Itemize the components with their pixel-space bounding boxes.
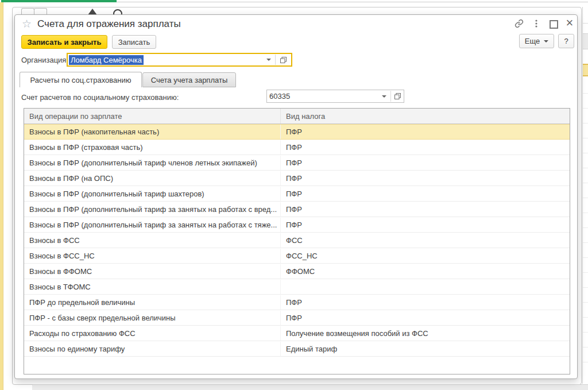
save-label: Записать <box>118 38 150 47</box>
social-insurance-account-label: Счет расчетов по социальному страхованию… <box>21 93 179 102</box>
social-insurance-account-value: 60335 <box>267 90 378 102</box>
open-form-icon <box>394 92 401 100</box>
table-header-row: Вид операции по зарплате Вид налога <box>24 109 570 124</box>
organization-open-button[interactable] <box>276 54 291 65</box>
chevron-down-icon <box>266 59 271 61</box>
cell-operation: Взносы в ПФР (дополнительный тариф за за… <box>24 202 281 217</box>
favorite-star-icon[interactable]: ☆ <box>22 18 32 30</box>
cell-tax-kind: ПФР <box>281 125 570 139</box>
maximize-icon[interactable] <box>550 20 558 29</box>
help-label: ? <box>564 37 568 45</box>
background-sliver-line <box>583 23 588 24</box>
table-row[interactable]: Взносы в ПФР (накопительная часть) ПФР <box>24 124 570 140</box>
help-button[interactable]: ? <box>558 34 574 48</box>
cell-operation: ПФР до предельной величины <box>24 295 281 310</box>
background-sliver-header <box>583 33 588 49</box>
more-label: Еще <box>525 37 540 45</box>
account-dropdown-button[interactable] <box>378 90 390 102</box>
cell-operation: Расходы по страхованию ФСС <box>24 326 281 341</box>
cell-tax-kind: ПФР <box>281 202 570 217</box>
save-button[interactable]: Записать <box>112 35 156 49</box>
chevron-down-icon <box>544 40 548 43</box>
cell-tax-kind: ПФР <box>281 218 570 232</box>
table-row[interactable]: Взносы в ПФР (дополнительный тариф за за… <box>24 217 570 233</box>
close-icon[interactable]: × <box>564 15 575 31</box>
cell-tax-kind: ФСС <box>281 233 570 248</box>
table-row[interactable]: Взносы в ПФР (дополнительный тариф за за… <box>24 202 570 217</box>
link-icon[interactable] <box>514 19 524 28</box>
cell-operation: Взносы в ФСС <box>24 233 281 248</box>
cell-operation: Взносы в ТФОМС <box>24 280 281 294</box>
chevron-down-icon <box>382 95 386 98</box>
save-and-close-button[interactable]: Записать и закрыть <box>21 35 107 49</box>
table-row[interactable]: Взносы в ПФР (страховая часть) ПФР <box>24 140 570 155</box>
kebab-menu-icon[interactable] <box>533 19 539 28</box>
cell-operation: Взносы в ФФОМС <box>24 264 281 279</box>
table-row[interactable]: ПФР - с базы сверх предельной величины П… <box>24 310 570 326</box>
background-left-yellow-strip <box>0 2 3 390</box>
cell-operation: ПФР - с базы сверх предельной величины <box>24 311 281 325</box>
table-row[interactable]: Расходы по страхованию ФСС Получение воз… <box>24 326 570 341</box>
cell-operation: Взносы в ПФР (дополнительный тариф за за… <box>24 218 281 232</box>
tax-operations-table: Вид операции по зарплате Вид налога Взно… <box>24 108 570 374</box>
table-row[interactable]: Взносы в ПФР (на ОПС) ПФР <box>24 171 570 186</box>
background-sliver-selected-row <box>583 64 588 76</box>
cell-operation: Взносы по единому тарифу <box>24 342 281 356</box>
table-row[interactable]: Взносы в ФСС ФСС <box>24 233 570 248</box>
tab-social-insurance[interactable]: Расчеты по соц.страхованию <box>20 72 142 87</box>
tab-label: Счета учета зарплаты <box>151 76 227 84</box>
cell-operation: Взносы в ПФР (дополнительный тариф шахте… <box>24 187 281 201</box>
organization-label: Организация: <box>21 56 68 64</box>
cell-operation: Взносы в ПФР (на ОПС) <box>24 171 281 186</box>
table-row[interactable]: Взносы в ФСС_НС ФСС_НС <box>24 248 570 264</box>
organization-input[interactable]: Ломбард Семёрочка <box>67 53 292 67</box>
dialog-accounts-for-salary: ☆ Счета для отражения зарплаты × Записат… <box>14 14 578 379</box>
table-row[interactable]: ПФР до предельной величины ПФР <box>24 295 570 310</box>
save-and-close-label: Записать и закрыть <box>28 38 102 47</box>
account-open-button[interactable] <box>391 90 404 102</box>
background-bottom-bar <box>32 384 588 390</box>
background-sliver-rows <box>583 79 588 374</box>
table-row[interactable]: Взносы в ТФОМС <box>24 279 570 295</box>
table-row[interactable]: Взносы по единому тарифу Единый тариф <box>24 341 570 357</box>
cell-operation: Взносы в ПФР (страховая часть) <box>24 140 281 155</box>
table-row[interactable]: Взносы в ПФР (дополнительный тариф шахте… <box>24 186 570 202</box>
open-form-icon <box>280 56 287 64</box>
cell-tax-kind <box>281 280 570 294</box>
page-title: Счета для отражения зарплаты <box>37 18 181 30</box>
organization-dropdown-button[interactable] <box>262 54 275 65</box>
cell-tax-kind: ПФР <box>281 140 570 155</box>
cell-tax-kind: ФФОМС <box>281 264 570 279</box>
cell-tax-kind: ПФР <box>281 311 570 325</box>
organization-value: Ломбард Семёрочка <box>69 55 144 65</box>
table-row[interactable]: Взносы в ПФР (дополнительный тариф члено… <box>24 155 570 171</box>
background-top-divider <box>117 2 588 2</box>
cell-tax-kind: Единый тариф <box>281 342 570 356</box>
social-insurance-account-input[interactable]: 60335 <box>266 90 404 103</box>
background-excel-title-bar <box>1 0 117 2</box>
table-row[interactable]: Взносы в ФФОМС ФФОМС <box>24 264 570 279</box>
organization-value-area[interactable]: Ломбард Семёрочка <box>68 54 262 65</box>
column-header-tax-kind[interactable]: Вид налога <box>281 109 570 123</box>
cell-operation: Взносы в ПФР (накопительная часть) <box>24 125 281 139</box>
tab-salary-accounts[interactable]: Счета учета зарплаты <box>142 72 236 87</box>
background-list-window-sliver <box>582 7 588 384</box>
cell-operation: Взносы в ФСС_НС <box>24 249 281 263</box>
cell-tax-kind: ПФР <box>281 295 570 310</box>
screen: { "colors": { "accent_yellow": "#fccf00"… <box>0 0 588 390</box>
cell-tax-kind: ПФР <box>281 187 570 201</box>
cell-tax-kind: Получение возмещения пособий из ФСС <box>281 326 570 341</box>
cell-tax-kind: ФСС_НС <box>281 249 570 263</box>
more-button[interactable]: Еще <box>519 34 554 48</box>
cell-tax-kind: ПФР <box>281 156 570 170</box>
cell-operation: Взносы в ПФР (дополнительный тариф члено… <box>24 156 281 170</box>
tax-table-body: Взносы в ПФР (накопительная часть) ПФР В… <box>24 124 570 357</box>
cell-tax-kind: ПФР <box>281 171 570 186</box>
column-header-operation[interactable]: Вид операции по зарплате <box>24 109 281 123</box>
tab-label: Расчеты по соц.страхованию <box>30 76 131 84</box>
